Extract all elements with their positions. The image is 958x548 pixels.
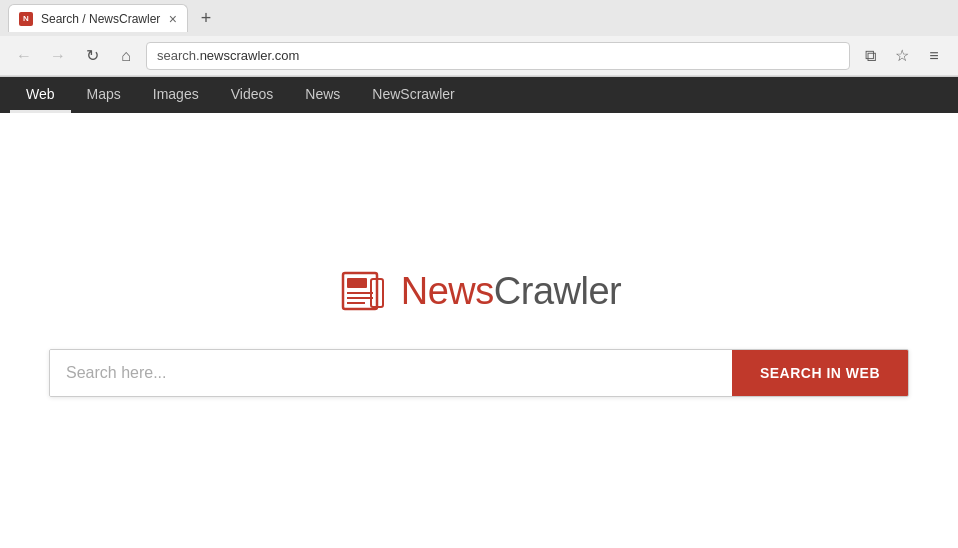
nav-tab-newscrawler[interactable]: NewScrawler	[356, 77, 470, 113]
back-icon: ←	[16, 47, 32, 65]
nav-tabs: Web Maps Images Videos News NewScrawler	[0, 77, 958, 113]
url-domain: newscrawler.com	[200, 48, 300, 63]
logo-container: NewsCrawler	[337, 265, 621, 317]
search-input[interactable]	[50, 350, 732, 396]
nav-tab-maps[interactable]: Maps	[71, 77, 137, 113]
url-prefix: search.	[157, 48, 200, 63]
back-button[interactable]: ←	[10, 42, 38, 70]
search-container: SEARCH IN WEB	[49, 349, 909, 397]
home-icon: ⌂	[121, 47, 131, 65]
menu-icon: ≡	[929, 47, 938, 65]
search-button[interactable]: SEARCH IN WEB	[732, 350, 908, 396]
logo-news: News	[401, 270, 494, 312]
forward-button[interactable]: →	[44, 42, 72, 70]
forward-icon: →	[50, 47, 66, 65]
logo-crawler: Crawler	[494, 270, 621, 312]
menu-button[interactable]: ≡	[920, 42, 948, 70]
refresh-button[interactable]: ↻	[78, 42, 106, 70]
nav-tab-web[interactable]: Web	[10, 77, 71, 113]
reading-view-button[interactable]: ⧉	[856, 42, 884, 70]
reading-view-icon: ⧉	[865, 47, 876, 65]
nav-tab-images[interactable]: Images	[137, 77, 215, 113]
logo-text: NewsCrawler	[401, 270, 621, 313]
nav-tab-news[interactable]: News	[289, 77, 356, 113]
logo-icon	[337, 265, 389, 317]
refresh-icon: ↻	[86, 46, 99, 65]
nav-tab-videos[interactable]: Videos	[215, 77, 290, 113]
toolbar-actions: ⧉ ☆ ≡	[856, 42, 948, 70]
active-tab[interactable]: N Search / NewsCrawler ×	[8, 4, 188, 32]
browser-chrome: N Search / NewsCrawler × + ← → ↻ ⌂ searc…	[0, 0, 958, 77]
tab-favicon: N	[19, 12, 33, 26]
svg-rect-1	[347, 278, 367, 288]
address-bar[interactable]: search.newscrawler.com	[146, 42, 850, 70]
home-button[interactable]: ⌂	[112, 42, 140, 70]
tab-bar: N Search / NewsCrawler × +	[0, 0, 958, 36]
favorites-icon: ☆	[895, 46, 909, 65]
favorites-button[interactable]: ☆	[888, 42, 916, 70]
address-bar-row: ← → ↻ ⌂ search.newscrawler.com ⧉ ☆ ≡	[0, 36, 958, 76]
main-content: NewsCrawler SEARCH IN WEB	[0, 113, 958, 548]
tab-title: Search / NewsCrawler	[41, 12, 161, 26]
tab-close-button[interactable]: ×	[169, 12, 177, 26]
new-tab-button[interactable]: +	[192, 4, 220, 32]
